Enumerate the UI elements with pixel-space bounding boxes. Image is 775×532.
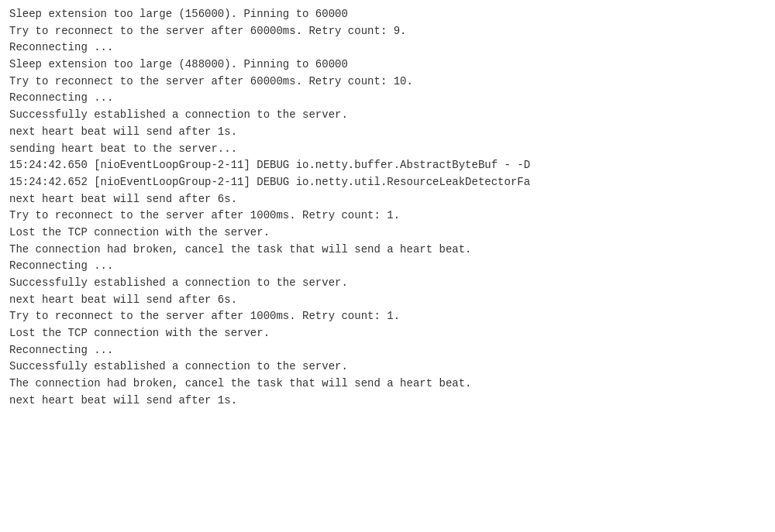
- log-line: Reconnecting ...: [9, 90, 766, 107]
- log-line: Sleep extension too large (156000). Pinn…: [9, 6, 766, 23]
- log-line: Successfully established a connection to…: [9, 359, 766, 376]
- log-line: Try to reconnect to the server after 100…: [9, 308, 766, 325]
- log-line: Reconnecting ...: [9, 342, 766, 359]
- log-line: Sleep extension too large (488000). Pinn…: [9, 57, 766, 74]
- log-line: 15:24:42.652 [nioEventLoopGroup-2-11] DE…: [9, 174, 766, 191]
- log-line: sending heart beat to the server...: [9, 141, 766, 158]
- log-line: next heart beat will send after 1s.: [9, 124, 766, 141]
- log-line: next heart beat will send after 1s.: [9, 393, 766, 410]
- log-container: Sleep extension too large (156000). Pinn…: [0, 0, 775, 532]
- log-line: Reconnecting ...: [9, 258, 766, 275]
- log-line: Try to reconnect to the server after 100…: [9, 208, 766, 225]
- log-line: Lost the TCP connection with the server.: [9, 225, 766, 242]
- log-line: next heart beat will send after 6s.: [9, 191, 766, 208]
- log-line: next heart beat will send after 6s.: [9, 292, 766, 309]
- log-line: Successfully established a connection to…: [9, 275, 766, 292]
- log-line: Try to reconnect to the server after 600…: [9, 74, 766, 91]
- log-line: Try to reconnect to the server after 600…: [9, 23, 766, 40]
- log-line: Lost the TCP connection with the server.: [9, 325, 766, 342]
- log-line: The connection had broken, cancel the ta…: [9, 376, 766, 393]
- log-line: 15:24:42.650 [nioEventLoopGroup-2-11] DE…: [9, 157, 766, 174]
- log-line: Reconnecting ...: [9, 39, 766, 57]
- log-line: Successfully established a connection to…: [9, 107, 766, 124]
- log-line: The connection had broken, cancel the ta…: [9, 242, 766, 259]
